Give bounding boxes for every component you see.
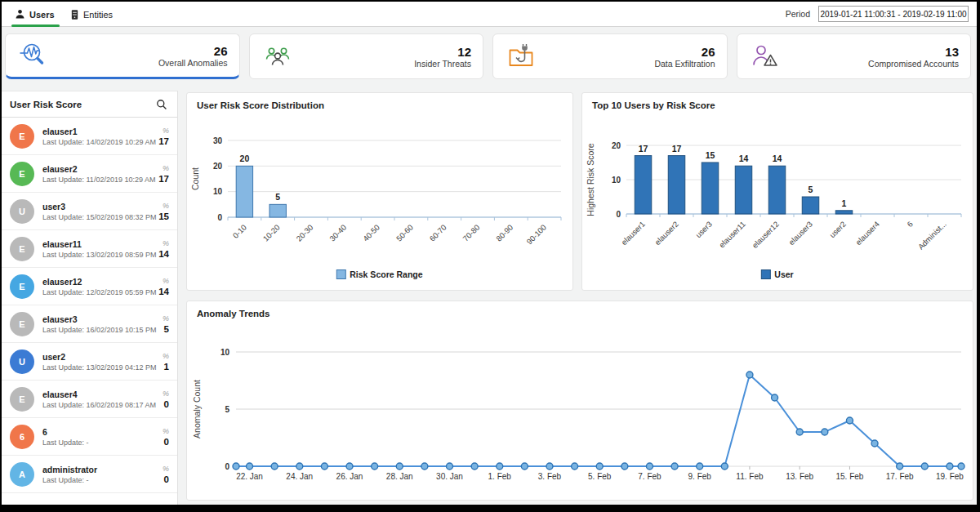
kpi-value: 13 bbox=[868, 45, 959, 59]
svg-text:Highest Risk Score: Highest Risk Score bbox=[586, 143, 595, 216]
kpi-label: Compromised Accounts bbox=[868, 59, 959, 69]
user-risk-score-value: 17 bbox=[158, 137, 169, 146]
user-last-update: Last Update: - bbox=[42, 475, 97, 485]
svg-text:19. Feb: 19. Feb bbox=[936, 472, 964, 481]
svg-text:Risk Score Range: Risk Score Range bbox=[350, 269, 422, 279]
user-name: user3 bbox=[42, 201, 157, 212]
svg-text:5: 5 bbox=[225, 405, 229, 414]
svg-text:30. Jan: 30. Jan bbox=[436, 472, 463, 481]
svg-text:3. Feb: 3. Feb bbox=[538, 472, 562, 481]
svg-text:elauser12: elauser12 bbox=[751, 220, 781, 250]
svg-text:40-50: 40-50 bbox=[361, 223, 381, 243]
user-risk-score-distribution-chart: 0102030Count200-10510-2020-3030-4040-505… bbox=[187, 93, 572, 290]
user-risk-score-value: 0 bbox=[164, 438, 169, 447]
svg-text:Administ...: Administ... bbox=[916, 220, 948, 252]
svg-text:17: 17 bbox=[672, 144, 682, 154]
user-name: elauser2 bbox=[42, 163, 155, 175]
top10-users-by-risk-score-panel: Top 10 Users by Risk Score 01020Highest … bbox=[581, 92, 973, 291]
svg-text:elauser4: elauser4 bbox=[853, 220, 881, 247]
percent-icon: % bbox=[163, 465, 169, 474]
kpi-label: Data Exfiltration bbox=[654, 59, 715, 69]
chart-title: Anomaly Trends bbox=[197, 309, 270, 318]
svg-text:15. Feb: 15. Feb bbox=[835, 472, 863, 481]
kpi-card-data-exfiltration[interactable]: 26 Data Exfiltration bbox=[492, 33, 728, 79]
svg-text:1: 1 bbox=[842, 198, 847, 208]
svg-text:user2: user2 bbox=[827, 220, 848, 240]
avatar: E bbox=[10, 162, 34, 186]
svg-text:80-90: 80-90 bbox=[494, 223, 514, 243]
svg-text:13. Feb: 13. Feb bbox=[786, 472, 813, 481]
user-name: elauser1 bbox=[42, 126, 156, 137]
tab-entities-label: Entities bbox=[83, 10, 113, 20]
user-last-update: Last Update: 14/02/2019 10:29 AM bbox=[42, 137, 156, 147]
user-risk-list-item[interactable]: E elauser11 Last Update: 13/02/2019 08:5… bbox=[2, 230, 177, 268]
user-risk-list-item[interactable]: 6 6 Last Update: - % 0 bbox=[2, 418, 177, 456]
kpi-value: 12 bbox=[414, 45, 471, 59]
user-last-update: Last Update: 16/02/2019 08:17 AM bbox=[42, 400, 156, 410]
kpi-label: Overall Anomalies bbox=[158, 58, 228, 68]
user-name: administrator bbox=[42, 464, 97, 475]
avatar: E bbox=[10, 124, 34, 149]
svg-text:0: 0 bbox=[217, 213, 222, 222]
svg-text:user3: user3 bbox=[693, 220, 714, 240]
user-risk-list-item[interactable]: U user3 Last Update: 15/02/2019 08:32 PM… bbox=[2, 193, 177, 230]
svg-text:7. Feb: 7. Feb bbox=[638, 472, 662, 481]
user-last-update: Last Update: 12/02/2019 05:59 PM bbox=[42, 287, 157, 297]
tab-users-label: Users bbox=[29, 10, 55, 20]
svg-text:0-10: 0-10 bbox=[231, 223, 248, 240]
search-icon[interactable] bbox=[156, 99, 167, 110]
user-risk-list-item[interactable]: E elauser2 Last Update: 11/02/2019 10:29… bbox=[2, 155, 177, 193]
percent-icon: % bbox=[163, 277, 169, 286]
tab-entities[interactable]: Entities bbox=[70, 2, 113, 27]
user-risk-score-value: 5 bbox=[164, 325, 169, 334]
svg-text:20: 20 bbox=[612, 141, 621, 150]
kpi-card-insider-threats[interactable]: 12 Insider Threats bbox=[249, 33, 484, 79]
user-name: 6 bbox=[42, 426, 89, 438]
svg-text:10: 10 bbox=[220, 348, 230, 357]
avatar: U bbox=[10, 199, 34, 224]
kpi-card-overall-anomalies[interactable]: 26 Overall Anomalies bbox=[5, 33, 240, 79]
data-exfiltration-icon bbox=[506, 42, 536, 71]
avatar: A bbox=[10, 462, 34, 487]
sidebar-title: User Risk Score bbox=[10, 100, 82, 109]
period-range-input[interactable]: 2019-01-21 11:00:31 - 2019-02-19 11:00 bbox=[818, 6, 969, 22]
svg-text:Anomaly Count: Anomaly Count bbox=[192, 380, 202, 439]
avatar: E bbox=[10, 312, 34, 336]
svg-text:17. Feb: 17. Feb bbox=[886, 472, 914, 481]
svg-text:elauser3: elauser3 bbox=[786, 220, 814, 247]
user-risk-list-item[interactable]: E elauser12 Last Update: 12/02/2019 05:5… bbox=[2, 268, 177, 305]
percent-icon: % bbox=[163, 127, 169, 136]
svg-text:15: 15 bbox=[706, 150, 715, 160]
user-risk-list-item[interactable]: U user2 Last Update: 13/02/2019 04:12 PM… bbox=[2, 343, 177, 381]
user-name: elauser4 bbox=[42, 389, 156, 400]
user-last-update: Last Update: 13/02/2019 04:12 PM bbox=[42, 363, 157, 372]
tab-users[interactable]: Users bbox=[15, 2, 55, 27]
svg-text:20-30: 20-30 bbox=[294, 223, 314, 243]
user-name: elauser11 bbox=[42, 238, 157, 250]
svg-text:5: 5 bbox=[275, 192, 280, 202]
user-risk-list-item[interactable]: E elauser3 Last Update: 16/02/2019 10:15… bbox=[2, 305, 177, 343]
svg-text:26. Jan: 26. Jan bbox=[336, 472, 363, 481]
user-last-update: Last Update: - bbox=[42, 438, 89, 447]
user-risk-score-value: 14 bbox=[158, 250, 169, 259]
avatar: U bbox=[10, 349, 34, 374]
entities-icon bbox=[70, 9, 79, 20]
svg-text:20: 20 bbox=[240, 154, 250, 163]
svg-text:6: 6 bbox=[905, 220, 915, 229]
svg-text:50-60: 50-60 bbox=[394, 223, 415, 243]
kpi-card-compromised-accounts[interactable]: 13 Compromised Accounts bbox=[737, 33, 972, 79]
anomaly-search-icon bbox=[19, 41, 48, 70]
user-risk-score-value: 0 bbox=[164, 475, 169, 484]
user-icon bbox=[15, 9, 25, 20]
user-risk-list-item[interactable]: E elauser4 Last Update: 16/02/2019 08:17… bbox=[2, 381, 177, 418]
percent-icon: % bbox=[163, 427, 169, 436]
percent-icon: % bbox=[163, 390, 169, 398]
user-risk-list-item[interactable]: E elauser1 Last Update: 14/02/2019 10:29… bbox=[2, 118, 177, 155]
percent-icon: % bbox=[163, 239, 169, 248]
user-risk-list-item[interactable]: A administrator Last Update: - % 0 bbox=[2, 456, 177, 493]
svg-text:elauser11: elauser11 bbox=[717, 220, 747, 250]
svg-text:0: 0 bbox=[225, 462, 229, 471]
user-name: elauser3 bbox=[42, 314, 157, 325]
user-last-update: Last Update: 15/02/2019 08:32 PM bbox=[42, 212, 157, 222]
percent-icon: % bbox=[163, 202, 169, 211]
